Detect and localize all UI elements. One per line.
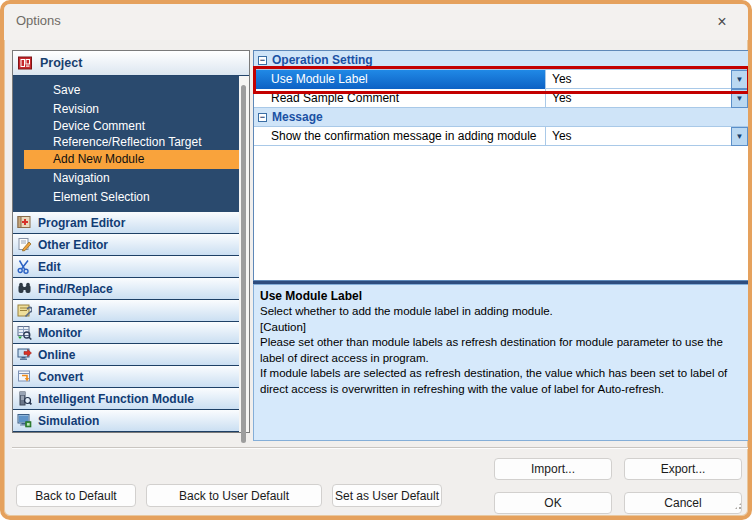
monitor-magnifier-icon xyxy=(17,325,32,340)
sidebar-item-label: Intelligent Function Module xyxy=(38,392,194,406)
sidebar-item-element-selection[interactable]: Element Selection xyxy=(13,188,239,207)
simulation-monitor-icon xyxy=(17,413,32,428)
sidebar-item-label: Monitor xyxy=(38,326,82,340)
dropdown-button[interactable]: ▼ xyxy=(731,70,748,89)
convert-arrow-icon xyxy=(17,369,32,384)
program-editor-icon xyxy=(17,215,32,230)
close-button[interactable]: × xyxy=(706,9,738,35)
sidebar-item-label: Edit xyxy=(38,260,61,274)
sidebar-item-program-editor[interactable]: Program Editor xyxy=(13,212,239,234)
sidebar-item-intelligent-function-module[interactable]: Intelligent Function Module xyxy=(13,388,239,410)
sidebar-item-convert[interactable]: Convert xyxy=(13,366,239,388)
sidebar-item-simulation[interactable]: Simulation xyxy=(13,410,239,432)
dropdown-button[interactable]: ▼ xyxy=(731,89,748,108)
group-label: Operation Setting xyxy=(272,53,373,67)
description-line: direct access is overwritten in refreshi… xyxy=(260,382,742,398)
setting-row-use-module-label[interactable]: Use Module Label Yes ▼ xyxy=(254,70,748,89)
edit-scissors-icon xyxy=(17,259,32,274)
sidebar-item-revision[interactable]: Revision xyxy=(13,100,239,119)
description-title: Use Module Label xyxy=(260,288,742,304)
sidebar-item-project[interactable]: Project xyxy=(13,51,249,76)
dropdown-button[interactable]: ▼ xyxy=(731,127,748,146)
sidebar-item-add-new-module[interactable]: Add New Module xyxy=(24,150,239,169)
button-area-separator xyxy=(12,447,749,449)
setting-value[interactable]: Yes xyxy=(546,70,731,89)
setting-value[interactable]: Yes xyxy=(546,127,731,146)
sidebar-item-label: Program Editor xyxy=(38,216,125,230)
description-line: [Caution] xyxy=(260,320,742,336)
sidebar-scrollbar-thumb[interactable] xyxy=(241,85,246,443)
category-tree: Project Save Revision Device Comment Ref… xyxy=(12,50,250,433)
title-bar[interactable]: Options × xyxy=(4,4,748,40)
description-line: If module labels are selected as refresh… xyxy=(260,366,742,382)
group-header-operation-setting[interactable]: − Operation Setting xyxy=(254,51,748,70)
setting-value[interactable]: Yes xyxy=(546,89,731,108)
sidebar-item-label: Online xyxy=(38,348,75,362)
sidebar-item-parameter[interactable]: Parameter xyxy=(13,300,239,322)
chevron-down-icon: ▼ xyxy=(736,94,744,103)
import-button[interactable]: Import... xyxy=(494,458,612,480)
sidebar-item-navigation[interactable]: Navigation xyxy=(13,169,239,188)
sidebar-item-label: Other Editor xyxy=(38,238,108,252)
export-button[interactable]: Export... xyxy=(624,458,742,480)
back-to-user-default-button[interactable]: Back to User Default xyxy=(146,484,322,507)
project-subtree: Save Revision Device Comment Reference/R… xyxy=(13,76,239,212)
ok-button[interactable]: OK xyxy=(494,492,612,514)
settings-grid: − Operation Setting Use Module Label Yes… xyxy=(253,50,749,281)
description-line: Please set other than module labels as r… xyxy=(260,335,742,351)
setting-label: Use Module Label xyxy=(254,70,546,89)
description-line: label of direct access in program. xyxy=(260,351,742,367)
find-replace-binoculars-icon xyxy=(17,281,32,296)
options-dialog: Options × Project Save Revision Device C… xyxy=(0,0,752,520)
close-icon: × xyxy=(717,13,726,31)
collapse-expander-icon[interactable]: − xyxy=(258,56,267,65)
setting-row-read-sample-comment[interactable]: Read Sample Comment Yes ▼ xyxy=(254,89,748,108)
other-editor-icon xyxy=(17,237,32,252)
sidebar-item-monitor[interactable]: Monitor xyxy=(13,322,239,344)
sidebar-item-other-editor[interactable]: Other Editor xyxy=(13,234,239,256)
online-monitor-arrow-icon xyxy=(17,347,32,362)
setting-label: Show the confirmation message in adding … xyxy=(254,127,546,146)
sidebar-item-label: Find/Replace xyxy=(38,282,113,296)
group-label: Message xyxy=(272,110,323,124)
collapse-expander-icon[interactable]: − xyxy=(258,113,267,122)
sidebar-item-label: Parameter xyxy=(38,304,97,318)
description-panel: Use Module Label Select whether to add t… xyxy=(253,284,749,441)
chevron-down-icon: ▼ xyxy=(736,75,744,84)
sidebar-item-label: Simulation xyxy=(38,414,99,428)
cancel-button[interactable]: Cancel xyxy=(624,492,742,514)
sidebar-scrollbar-track[interactable] xyxy=(239,77,249,432)
parameter-wrench-icon xyxy=(17,303,32,318)
project-icon xyxy=(18,56,33,71)
sidebar-item-save[interactable]: Save xyxy=(13,81,239,100)
set-as-user-default-button[interactable]: Set as User Default xyxy=(332,484,442,507)
setting-label: Read Sample Comment xyxy=(254,89,546,108)
group-header-message[interactable]: − Message xyxy=(254,108,748,127)
chevron-down-icon: ▼ xyxy=(736,132,744,141)
sidebar-item-label: Project xyxy=(40,56,82,70)
back-to-default-button[interactable]: Back to Default xyxy=(16,484,136,507)
sidebar-item-online[interactable]: Online xyxy=(13,344,239,366)
description-line: Select whether to add the module label i… xyxy=(260,304,742,320)
window-title: Options xyxy=(16,13,61,28)
sidebar-item-label: Convert xyxy=(38,370,83,384)
setting-row-show-confirmation-message[interactable]: Show the confirmation message in adding … xyxy=(254,127,748,146)
sidebar-item-find-replace[interactable]: Find/Replace xyxy=(13,278,239,300)
sidebar-item-edit[interactable]: Edit xyxy=(13,256,239,278)
intelligent-function-module-icon xyxy=(17,391,32,406)
sidebar-item-device-comment-reference-reflection-target[interactable]: Device Comment Reference/Reflection Targ… xyxy=(13,119,239,150)
